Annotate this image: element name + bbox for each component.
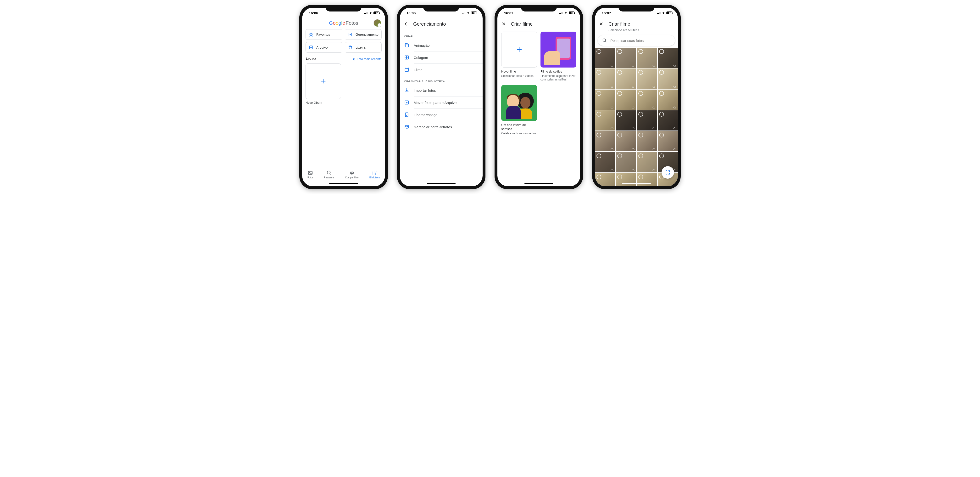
item-mover-arquivo[interactable]: Mover fotos para o Arquivo (400, 96, 483, 108)
select-circle-icon (659, 70, 664, 75)
search-bar[interactable] (598, 35, 675, 46)
home-indicator (400, 182, 483, 186)
select-circle-icon (597, 153, 601, 158)
status-bar: 16:07 37 (595, 8, 678, 18)
photo-thumbnail[interactable] (616, 69, 636, 89)
status-bar: 16:07 37 (497, 8, 580, 18)
albums-sort-link[interactable]: Foto mais recente (352, 57, 382, 61)
select-circle-icon (638, 70, 643, 75)
select-circle-icon (617, 175, 622, 179)
photo-thumbnail[interactable] (637, 48, 657, 68)
photo-thumbnail[interactable] (637, 131, 657, 152)
cloud-icon (610, 168, 614, 171)
photo-thumbnail[interactable] (616, 131, 636, 152)
section-criar: CRIAR (400, 31, 483, 39)
photo-thumbnail[interactable] (616, 152, 636, 172)
collage-icon (404, 55, 409, 60)
gerenciamento-button[interactable]: Gerenciamento (345, 29, 382, 40)
select-circle-icon (617, 70, 622, 75)
card-novo-filme[interactable]: Novo filme Selecionar fotos e vídeos (501, 32, 537, 81)
archive-move-icon (404, 100, 409, 105)
card-ano-sorrisos[interactable]: Um ano inteiro de sorrisos Celebre os bo… (501, 85, 537, 135)
select-circle-icon (597, 91, 601, 96)
photo-thumbnail[interactable] (658, 69, 678, 89)
fullscreen-fab[interactable] (662, 166, 674, 179)
frame-icon (404, 124, 409, 129)
favoritos-button[interactable]: Favoritos (305, 29, 342, 40)
svg-point-4 (350, 172, 352, 173)
item-importar[interactable]: Importar fotos (400, 84, 483, 96)
photo-thumbnail[interactable] (616, 110, 636, 131)
page-title: Gerenciamento (413, 21, 446, 27)
tab-fotos[interactable]: Fotos (307, 170, 313, 179)
photo-thumbnail[interactable] (595, 69, 615, 89)
close-button[interactable] (597, 20, 605, 28)
photo-thumbnail[interactable] (637, 152, 657, 172)
photo-thumbnail[interactable] (658, 110, 678, 131)
item-filme[interactable]: Filme (400, 64, 483, 76)
card-filme-selfies[interactable]: Filme de selfies Finalmente, algo para f… (541, 32, 576, 81)
status-bar: 16:06 37 (400, 8, 483, 18)
avatar[interactable] (374, 19, 381, 27)
plus-icon (320, 78, 326, 85)
cloud-icon (631, 64, 635, 67)
photo-thumbnail[interactable] (637, 110, 657, 131)
back-button[interactable] (402, 20, 410, 28)
cloud-icon (652, 168, 656, 171)
photo-thumbnail[interactable] (595, 131, 615, 152)
card-title: Um ano inteiro de sorrisos (501, 123, 537, 131)
status-time: 16:07 (504, 11, 513, 15)
item-animacao[interactable]: Animação (400, 39, 483, 51)
item-porta-retratos[interactable]: Gerenciar porta-retratos (400, 121, 483, 133)
library-icon (372, 170, 377, 175)
svg-point-12 (603, 39, 606, 41)
tab-pesquisar[interactable]: Pesquisar (324, 170, 334, 179)
photo-thumbnail[interactable] (658, 48, 678, 68)
photo-thumbnail[interactable] (595, 89, 615, 110)
lixeira-button[interactable]: Lixeira (345, 42, 382, 53)
photos-icon (308, 170, 313, 175)
photo-grid (595, 48, 678, 186)
photo-thumbnail[interactable] (616, 48, 636, 68)
select-circle-icon (638, 175, 643, 179)
card-title: Novo filme (501, 70, 537, 74)
cloud-icon (631, 147, 635, 150)
cloud-icon (631, 126, 635, 129)
svg-rect-10 (406, 113, 408, 117)
card-subtitle: Selecionar fotos e vídeos (501, 74, 537, 78)
tab-bar: Fotos Pesquisar Compartilhar Biblioteca (302, 168, 385, 182)
status-time: 16:07 (602, 11, 611, 15)
page-title: Criar filme (511, 21, 533, 27)
item-colagem[interactable]: Colagem (400, 51, 483, 64)
photo-thumbnail[interactable] (658, 131, 678, 152)
cloud-icon (631, 85, 635, 88)
photo-thumbnail[interactable] (637, 89, 657, 110)
select-circle-icon (638, 91, 643, 96)
select-circle-icon (617, 91, 622, 96)
select-circle-icon (659, 153, 664, 158)
select-circle-icon (597, 49, 601, 54)
search-input[interactable] (610, 38, 671, 43)
photo-thumbnail[interactable] (658, 89, 678, 110)
movie-icon (404, 67, 409, 72)
signal-icon (657, 12, 660, 14)
photo-thumbnail[interactable] (595, 48, 615, 68)
home-indicator (302, 182, 385, 186)
tab-compartilhar[interactable]: Compartilhar (345, 170, 359, 179)
photo-thumbnail[interactable] (595, 110, 615, 131)
card-title: Filme de selfies (541, 70, 576, 74)
photo-thumbnail[interactable] (637, 69, 657, 89)
close-button[interactable] (500, 20, 508, 28)
item-liberar[interactable]: Liberar espaço (400, 109, 483, 121)
photo-thumbnail[interactable] (616, 89, 636, 110)
cloud-icon (673, 85, 677, 88)
cloud-icon (631, 168, 635, 171)
google-logo: GoogleFotos (329, 20, 358, 26)
selfie-illustration (541, 32, 576, 67)
tab-biblioteca[interactable]: Biblioteca (369, 170, 380, 179)
status-bar: 16:06 37 (302, 8, 385, 18)
new-album-card[interactable] (305, 64, 341, 99)
photo-thumbnail[interactable] (595, 152, 615, 172)
select-circle-icon (597, 175, 601, 179)
arquivo-button[interactable]: Arquivo (305, 42, 342, 53)
